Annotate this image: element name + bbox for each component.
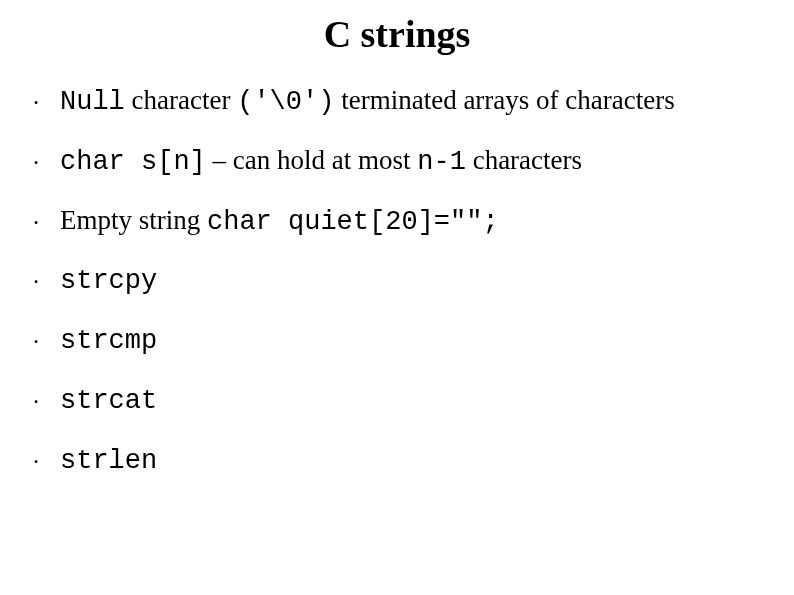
list-item: char s[n] – can hold at most n-1 charact… <box>32 144 754 180</box>
code-text: strcmp <box>60 326 157 356</box>
body-text: Empty string <box>60 205 207 235</box>
code-text: strlen <box>60 446 157 476</box>
list-item: Empty string char quiet[20]=""; <box>32 204 754 240</box>
body-text: characters <box>466 145 582 175</box>
code-text: n-1 <box>417 147 466 177</box>
list-item: strlen <box>32 443 754 479</box>
code-text: char quiet[20]=""; <box>207 207 499 237</box>
list-item: Null character ('\0') terminated arrays … <box>32 84 754 120</box>
code-text: strcpy <box>60 266 157 296</box>
list-item: strcmp <box>32 323 754 359</box>
slide: C strings Null character ('\0') terminat… <box>0 12 794 595</box>
code-text: Null <box>60 87 125 117</box>
body-text: terminated arrays of characters <box>334 85 674 115</box>
code-text: strcat <box>60 386 157 416</box>
list-item: strcat <box>32 383 754 419</box>
slide-title: C strings <box>0 12 794 56</box>
bullet-list: Null character ('\0') terminated arrays … <box>0 84 794 478</box>
body-text: character <box>125 85 237 115</box>
body-text: – can hold at most <box>206 145 417 175</box>
list-item: strcpy <box>32 263 754 299</box>
code-text: char s[n] <box>60 147 206 177</box>
code-text: ('\0') <box>237 87 334 117</box>
